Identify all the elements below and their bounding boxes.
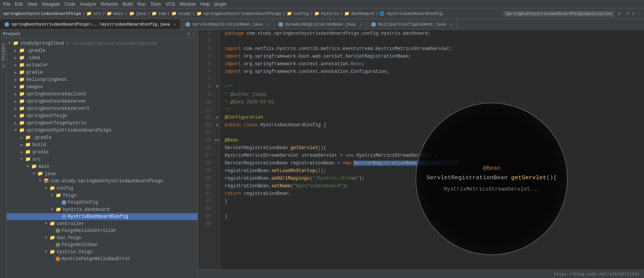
- tab-close-hystrix[interactable]: ✕: [174, 22, 176, 27]
- tree-item-gradle1[interactable]: ▶ 📁 .gradle: [7, 47, 198, 54]
- tree-item-java[interactable]: ▼ 📁 java: [7, 170, 198, 177]
- breadcrumb-src[interactable]: src: [93, 11, 101, 16]
- project-tab-label[interactable]: 1: Project: [0, 40, 6, 71]
- tree-item-module-gradle2[interactable]: ▶ 📁 gradle: [7, 148, 198, 156]
- code-line-11: */: [225, 106, 640, 114]
- menu-edit[interactable]: Edit: [15, 2, 23, 7]
- tree-item-dao-pkg[interactable]: ▼ 📁 dao.feign: [7, 234, 198, 241]
- tree-item-hystrixdashboard[interactable]: ▼ 📁 springboothystrixdashboardfeign: [7, 127, 198, 134]
- menu-analyze[interactable]: Analyze: [80, 2, 96, 7]
- line-25: 25: [198, 213, 221, 220]
- breadcrumb-study[interactable]: study: [178, 11, 191, 16]
- menu-help[interactable]: Help: [200, 2, 210, 7]
- breadcrumb-main[interactable]: main: [113, 11, 123, 16]
- breadcrumb-config[interactable]: config: [294, 11, 309, 16]
- tree-item-config[interactable]: ▼ 📁 config: [7, 185, 198, 192]
- breadcrumb-com[interactable]: com: [158, 11, 166, 16]
- gear-icon[interactable]: ⚙: [632, 11, 634, 16]
- gutter-icon-15b[interactable]: ●: [217, 137, 220, 144]
- breadcrumb-file[interactable]: 🌐 HystrixDashboardConfig: [379, 11, 443, 16]
- tree-item-module-gradle[interactable]: ▶ 📁 .gradle: [7, 134, 198, 141]
- menu-view[interactable]: View: [27, 2, 37, 7]
- menu-navigate[interactable]: Navigate: [42, 2, 60, 7]
- tree-item-gradle2[interactable]: ▶ 📁 gradle: [7, 69, 198, 76]
- tree-item-package[interactable]: ▼ 📦 com.study.springboothystrixdashboard…: [7, 177, 198, 185]
- breadcrumb-module[interactable]: springboothystrixdashboardfeign: [203, 11, 281, 16]
- menu-tools[interactable]: Tools: [150, 2, 161, 7]
- menu-refactor[interactable]: Refactor: [101, 2, 118, 7]
- tree-item-idea[interactable]: ▶ 📁 .idea: [7, 54, 198, 61]
- breadcrumb-folder-icon: 📁: [86, 11, 92, 16]
- tree-label-eurekaclient: springbooteurekaclient: [26, 92, 86, 97]
- code-line-2: [225, 37, 640, 45]
- sidebar-icon-collapse[interactable]: −: [192, 31, 195, 36]
- menu-file[interactable]: File: [3, 2, 10, 7]
- tree-item-feignconfig[interactable]: FeignConfig: [7, 199, 198, 206]
- status-url: https://blog.csdn.net/a18792721831: [554, 272, 639, 276]
- editor-content[interactable]: 1 2 3 4 5: [198, 30, 644, 270]
- line-5: 5: [198, 60, 221, 68]
- tree-item-main[interactable]: ▼ 📁 main: [7, 163, 198, 170]
- line-14: 14: [198, 129, 221, 137]
- fold-icon-8[interactable]: ▼: [216, 83, 218, 91]
- breadcrumb-dashboard[interactable]: dashboard: [351, 11, 374, 16]
- tab-servlet-registration[interactable]: ServletRegistrationBean.java ✕: [181, 19, 274, 29]
- gutter-icon-13[interactable]: ●: [216, 121, 219, 129]
- tree-item-hystrixdashboardconfig[interactable]: HystrixDashboardConfig: [7, 213, 198, 220]
- gutter-icon-12[interactable]: ●: [216, 114, 219, 121]
- tree-item-eurekaclient[interactable]: ▶ 📁 springbooteurekaclient: [7, 90, 198, 98]
- tab-multipart[interactable]: MultipartConfigElement.java ✕: [367, 19, 457, 29]
- tab-dynamic-registration[interactable]: DynamicRegistrationBean.java ✕: [274, 19, 367, 29]
- tree-item-feignhystrix[interactable]: ▶ 📁 springbootfeignhystrix: [7, 119, 198, 127]
- tree-item-eurekaserver1[interactable]: ▶ 📁 springbooteurekaserver1: [7, 105, 198, 112]
- line-19: 19: [198, 167, 221, 175]
- run-config[interactable]: SpringboothystrixdashboardfeignApplicati…: [503, 11, 615, 17]
- menu-vcs[interactable]: VCS: [166, 2, 175, 7]
- line-6: 6: [198, 68, 221, 76]
- run-button[interactable]: ▶: [618, 11, 621, 16]
- tree-item-images[interactable]: ▶ 📁 images: [7, 83, 198, 90]
- tree-label-feignhellocontroller: FeignHelloController: [62, 228, 117, 233]
- tree-item-build[interactable]: ▶ 📁 build: [7, 141, 198, 148]
- gutter-icon-15a[interactable]: ●: [214, 137, 217, 144]
- tree-item-hystrixfeign-pkg[interactable]: ▼ 📁 hystrix.feign: [7, 248, 198, 256]
- tree-item-src[interactable]: ▼ 📁 src: [7, 156, 198, 163]
- more-icon[interactable]: ⋮: [637, 11, 641, 16]
- menu-window[interactable]: Window: [179, 2, 196, 7]
- tree-label-feignhellodao: FeignHelloDao: [62, 242, 97, 247]
- menu-code[interactable]: Code: [64, 2, 75, 7]
- tree-item-hello[interactable]: ▶ 📁 hellospringboot: [7, 76, 198, 83]
- menu-plugin[interactable]: plugin: [214, 2, 227, 7]
- menu-run[interactable]: Run: [137, 2, 146, 7]
- sidebar: Project ⚙ − 1: Project ▼ 📁 studySpringCl…: [0, 30, 198, 278]
- sidebar-icon-settings[interactable]: ⚙: [187, 31, 190, 36]
- sidebar-title: Project: [3, 32, 21, 36]
- code-line-3: import com.netflix.hystrix.contrib.metri…: [225, 45, 640, 53]
- breadcrumb-hystrix[interactable]: hystrix: [321, 11, 339, 16]
- menu-build[interactable]: Build: [123, 2, 133, 7]
- tree-item-eurekaserver[interactable]: ▶ 📁 springbooteurekaserver: [7, 98, 198, 105]
- line-7: 7: [198, 76, 221, 83]
- tree-item-controller-pkg[interactable]: ▼ 📁 controller: [7, 220, 198, 227]
- tab-hystrix-dashboard-config[interactable]: springboothystrixdashboardfeign\...\Hyst…: [0, 19, 181, 29]
- tree-item-feign[interactable]: ▶ 📁 springbootfeign: [7, 112, 198, 119]
- tree-item-hystrixfeignerror[interactable]: HystrixFeignHelloDaoError: [7, 256, 198, 262]
- refresh-icon[interactable]: ⟳: [626, 11, 630, 16]
- tree-item-feignhellodao[interactable]: FeignHelloDao: [7, 241, 198, 248]
- breadcrumb-java[interactable]: java: [136, 11, 146, 16]
- tree-icon-feignhellodao: [56, 243, 60, 247]
- tab-close-dynamic[interactable]: ✕: [360, 22, 362, 27]
- tree-item-feign-pkg[interactable]: ▼ 📁 feign: [7, 192, 198, 199]
- tree-item-feignhellocontroller[interactable]: FeignHelloController: [7, 227, 198, 234]
- project-tree[interactable]: ▼ 📁 studySpringCloud G:\studySpringCloud…: [7, 38, 198, 278]
- code-line-9: * @author jiayq: [225, 91, 640, 98]
- code-area[interactable]: package com.study.springboothystrixdashb…: [221, 30, 644, 270]
- tab-close-multipart[interactable]: ✕: [450, 22, 452, 27]
- tree-item-root[interactable]: ▼ 📁 studySpringCloud G:\studySpringCloud…: [7, 40, 198, 47]
- tab-close-servlet[interactable]: ✕: [267, 22, 269, 27]
- line-23: 23: [198, 198, 221, 205]
- line-10: 10: [198, 98, 221, 106]
- tree-item-actuator[interactable]: ▶ 📁 actuator: [7, 61, 198, 69]
- tree-item-hystrix-dashboard-pkg[interactable]: ▼ 📁 hystrix.dashboard: [7, 206, 198, 213]
- breadcrumb-root[interactable]: springboothystrixdashboardfeign: [3, 11, 81, 16]
